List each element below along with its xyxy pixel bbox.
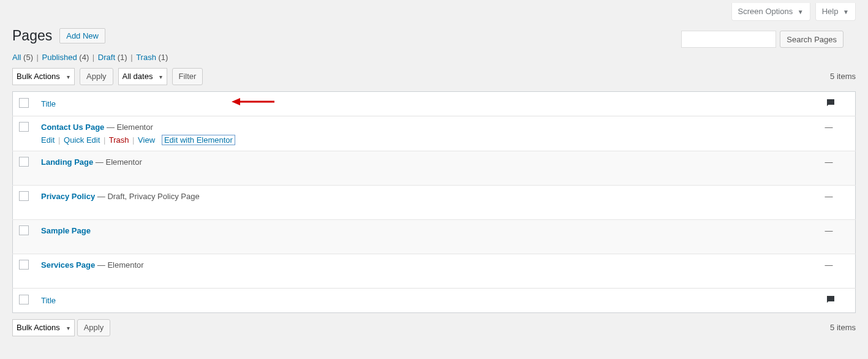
comments-icon[interactable] (825, 298, 836, 307)
row-checkbox[interactable] (19, 260, 29, 270)
page-title-link[interactable]: Sample Page (41, 226, 91, 235)
screen-options-button[interactable]: Screen Options ▼ (731, 3, 810, 21)
dropdown-icon: ▼ (798, 9, 804, 15)
filter-published-count: (4) (79, 53, 89, 62)
page-title: Pages (12, 27, 52, 45)
table-row: Privacy Policy — Draft, Privacy Policy P… (13, 185, 856, 219)
dropdown-icon: ▼ (843, 9, 849, 15)
quick-edit-link[interactable]: Quick Edit (64, 135, 100, 145)
filter-draft-count: (1) (118, 53, 127, 62)
pages-table: Title Contact Us Page — Elementor Edit |… (12, 91, 856, 313)
page-suffix: — Draft, Privacy Policy Page (95, 192, 200, 201)
apply-button-top[interactable]: Apply (80, 68, 113, 85)
comments-icon[interactable] (825, 101, 836, 110)
edit-with-elementor-link[interactable]: Edit with Elementor (162, 135, 235, 145)
add-new-button[interactable]: Add New (59, 28, 105, 43)
search-input[interactable] (681, 31, 776, 48)
comments-cell: — (819, 254, 856, 288)
comments-cell: — (819, 151, 856, 185)
column-title-footer[interactable]: Title (35, 288, 819, 312)
page-title-link[interactable]: Landing Page (41, 157, 93, 167)
select-all-checkbox-top[interactable] (19, 98, 29, 108)
page-suffix: — Elementor (95, 260, 143, 270)
bulk-actions-select[interactable]: Bulk Actions (12, 68, 75, 85)
comments-cell: — (819, 219, 856, 254)
apply-button-bottom[interactable]: Apply (77, 319, 111, 336)
table-row: Services Page — Elementor — (13, 254, 856, 288)
table-row: Sample Page — (13, 219, 856, 254)
page-title-link[interactable]: Contact Us Page (41, 123, 104, 132)
help-button[interactable]: Help ▼ (815, 3, 856, 21)
select-all-checkbox-bottom[interactable] (19, 295, 29, 304)
table-row: Contact Us Page — Elementor Edit | Quick… (13, 116, 856, 151)
items-count-bottom: 5 items (830, 323, 856, 332)
status-filter-links: All (5) | Published (4) | Draft (1) | Tr… (12, 53, 856, 62)
page-title-link[interactable]: Privacy Policy (41, 192, 95, 201)
search-pages-button[interactable]: Search Pages (780, 31, 843, 48)
row-checkbox[interactable] (19, 191, 29, 201)
bulk-actions-select-bottom[interactable]: Bulk Actions (12, 319, 75, 336)
help-label: Help (822, 7, 839, 16)
row-actions: Edit | Quick Edit | Trash | View Edit wi… (41, 135, 813, 145)
table-row: Landing Page — Elementor — (13, 151, 856, 185)
row-checkbox[interactable] (19, 157, 29, 167)
view-link[interactable]: View (138, 135, 155, 145)
items-count-top: 5 items (830, 72, 856, 81)
page-suffix: — Elementor (104, 123, 153, 132)
column-title-header[interactable]: Title (35, 91, 819, 116)
comments-cell: — (819, 116, 856, 151)
filter-all-count: (5) (23, 53, 33, 62)
page-title-link[interactable]: Services Page (41, 260, 95, 270)
row-checkbox[interactable] (19, 122, 29, 132)
page-suffix: — Elementor (93, 157, 142, 167)
filter-trash-link[interactable]: Trash (136, 53, 156, 62)
edit-link[interactable]: Edit (41, 135, 55, 145)
filter-button[interactable]: Filter (172, 68, 203, 85)
filter-draft-link[interactable]: Draft (98, 53, 115, 62)
filter-published-link[interactable]: Published (42, 53, 77, 62)
trash-link[interactable]: Trash (109, 135, 129, 145)
filter-trash-count: (1) (159, 53, 168, 62)
row-checkbox[interactable] (19, 225, 29, 235)
date-filter-select[interactable]: All dates (118, 68, 167, 85)
filter-all-link[interactable]: All (12, 53, 21, 62)
comments-cell: — (819, 185, 856, 219)
screen-options-label: Screen Options (738, 7, 793, 16)
